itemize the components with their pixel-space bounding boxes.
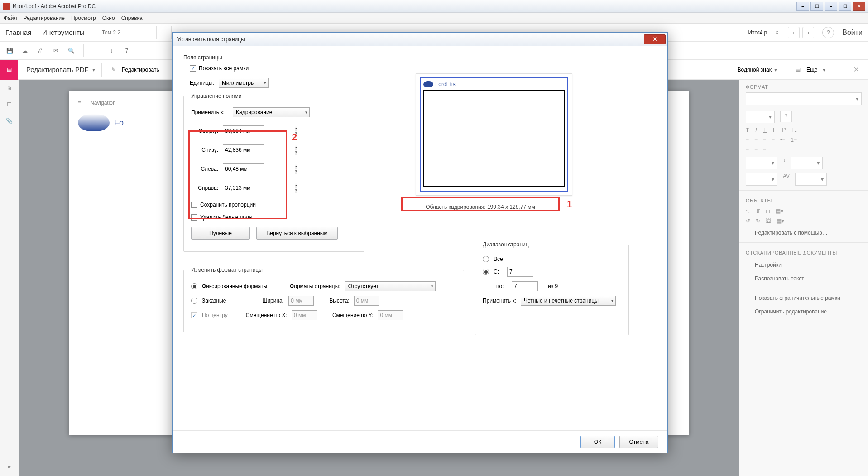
- rotate-cw-icon[interactable]: ↻: [756, 218, 760, 224]
- edit-with-link[interactable]: Редактировать с помощью…: [739, 226, 868, 240]
- range-apply-select[interactable]: Четные и нечетные страницы: [521, 296, 616, 306]
- apply-to-select[interactable]: Кадрирование: [233, 107, 310, 117]
- document-tab-hidden[interactable]: [127, 26, 142, 39]
- top-input[interactable]: [223, 126, 295, 136]
- dialog-close-button[interactable]: ✕: [644, 34, 666, 44]
- valign-top-icon[interactable]: ≡: [746, 147, 749, 153]
- ok-button[interactable]: ОК: [580, 436, 615, 448]
- spin-down-icon[interactable]: ▾: [295, 169, 297, 174]
- font-dropdown[interactable]: ▾: [746, 92, 862, 105]
- right-input[interactable]: [223, 183, 295, 193]
- keep-proportions-checkbox[interactable]: [191, 202, 197, 208]
- settings-link[interactable]: Настройки: [739, 258, 868, 272]
- edit-pdf-tab-icon[interactable]: ▤: [0, 60, 18, 80]
- spin-up-icon[interactable]: ▴: [295, 126, 297, 131]
- bottom-spinbox[interactable]: ▴▾: [223, 144, 264, 155]
- to-field[interactable]: 7: [512, 281, 538, 291]
- units-select[interactable]: Миллиметры: [219, 78, 269, 88]
- page-format-select[interactable]: Отсутствует: [345, 281, 436, 291]
- restrict-edit-link[interactable]: Ограничить редактирование: [739, 305, 868, 318]
- edit-button[interactable]: Редактировать: [122, 67, 159, 73]
- show-frames-checkbox[interactable]: ✓: [190, 65, 196, 72]
- spin-down-icon[interactable]: ▾: [295, 150, 297, 155]
- align-icon[interactable]: ▤▾: [776, 208, 783, 214]
- edit-icon[interactable]: ✎: [108, 64, 119, 75]
- underline-icon[interactable]: T: [763, 127, 767, 133]
- color-picker-icon[interactable]: ?: [780, 111, 792, 122]
- crop-icon[interactable]: ◻: [766, 208, 770, 214]
- maximize-button[interactable]: ☐: [810, 2, 823, 11]
- offset-y-field[interactable]: 0 мм: [378, 310, 403, 320]
- menu-view[interactable]: Просмотр: [71, 15, 96, 21]
- line-height-dropdown[interactable]: ▾: [791, 157, 823, 169]
- subscript-icon[interactable]: T₂: [791, 127, 797, 133]
- spacing-dropdown[interactable]: ▾: [746, 157, 777, 169]
- pages-icon[interactable]: 🗎: [7, 85, 12, 91]
- list-bullet-icon[interactable]: •≡: [780, 137, 785, 143]
- tab-tools[interactable]: Инструменты: [42, 29, 85, 36]
- page-down-icon[interactable]: ↓: [106, 46, 116, 56]
- menu-file[interactable]: Файл: [4, 15, 17, 21]
- edit-pdf-dropdown-icon[interactable]: ▾: [92, 67, 95, 73]
- bold-icon[interactable]: T: [746, 127, 749, 133]
- save-icon[interactable]: 💾: [5, 46, 14, 56]
- align-right-icon[interactable]: ≡: [763, 137, 766, 143]
- center-checkbox[interactable]: ✓: [191, 312, 197, 318]
- tab-home[interactable]: Главная: [5, 29, 31, 36]
- right-spinbox[interactable]: ▴▾: [223, 183, 264, 193]
- superscript-icon[interactable]: T²: [781, 127, 786, 133]
- all-pages-radio[interactable]: [483, 256, 489, 262]
- close-window-button[interactable]: ✕: [853, 2, 865, 11]
- cloud-icon[interactable]: ☁: [20, 46, 30, 56]
- restore-button[interactable]: ☐: [839, 2, 851, 11]
- flip-v-icon[interactable]: ⇵: [756, 208, 760, 214]
- bottom-input[interactable]: [223, 145, 295, 155]
- offset-x-field[interactable]: 0 мм: [292, 310, 317, 320]
- more-dropdown-icon[interactable]: ▾: [823, 67, 825, 73]
- spin-up-icon[interactable]: ▴: [295, 145, 297, 150]
- replace-image-icon[interactable]: 🖼: [766, 218, 771, 224]
- fixed-formats-radio[interactable]: [191, 283, 197, 289]
- left-input[interactable]: [223, 164, 295, 174]
- bookmark-icon[interactable]: ☐: [7, 101, 12, 108]
- watermark-dropdown-icon[interactable]: ▾: [774, 67, 777, 73]
- from-radio[interactable]: [483, 269, 489, 275]
- dialog-titlebar[interactable]: Установить поля страницы ✕: [173, 33, 667, 46]
- revert-button[interactable]: Вернуться к выбранным: [256, 227, 338, 240]
- width-field[interactable]: 0 мм: [288, 296, 314, 306]
- page-up-icon[interactable]: ↑: [91, 46, 101, 56]
- from-field[interactable]: 7: [507, 267, 533, 277]
- document-tab-active[interactable]: Итог4.p… ×: [742, 26, 785, 39]
- tab-next-button[interactable]: ›: [802, 27, 814, 38]
- italic-icon[interactable]: T: [754, 127, 758, 133]
- spin-down-icon[interactable]: ▾: [295, 188, 297, 193]
- scale-dropdown[interactable]: ▾: [746, 173, 777, 186]
- align-justify-icon[interactable]: ≡: [772, 137, 775, 143]
- rotate-ccw-icon[interactable]: ↺: [746, 218, 750, 224]
- zero-button[interactable]: Нулевые: [191, 227, 250, 240]
- login-button[interactable]: Войти: [842, 29, 863, 37]
- kerning-dropdown[interactable]: ▾: [795, 173, 827, 186]
- minimize-button[interactable]: ‒: [796, 2, 809, 11]
- hamburger-icon[interactable]: ≡: [78, 100, 81, 106]
- list-number-icon[interactable]: 1≡: [791, 137, 797, 143]
- menu-window[interactable]: Окно: [102, 15, 115, 21]
- document-tab-hidden[interactable]: [142, 26, 157, 39]
- mail-icon[interactable]: ✉: [51, 46, 61, 56]
- close-tab-icon[interactable]: ×: [775, 29, 778, 36]
- panel-close-icon[interactable]: ×: [854, 64, 859, 75]
- align-center-icon[interactable]: ≡: [754, 137, 758, 143]
- font-size-dropdown[interactable]: ▾: [746, 111, 775, 123]
- expand-rail-icon[interactable]: ▸: [8, 463, 11, 470]
- minimize-button-2[interactable]: ‒: [825, 2, 837, 11]
- help-icon[interactable]: ?: [822, 27, 834, 38]
- strikeout-icon[interactable]: T: [772, 127, 775, 133]
- custom-radio[interactable]: [191, 298, 197, 304]
- menu-edit[interactable]: Редактирование: [24, 15, 65, 21]
- watermark-button[interactable]: Водяной знак: [738, 67, 772, 73]
- search-icon[interactable]: 🔍: [66, 46, 76, 56]
- attachment-icon[interactable]: 📎: [6, 118, 13, 124]
- ocr-link[interactable]: Распознавать текст: [739, 272, 868, 285]
- show-bounds-link[interactable]: Показать ограничительные рамки: [739, 291, 868, 305]
- more-button[interactable]: Еще: [806, 67, 817, 73]
